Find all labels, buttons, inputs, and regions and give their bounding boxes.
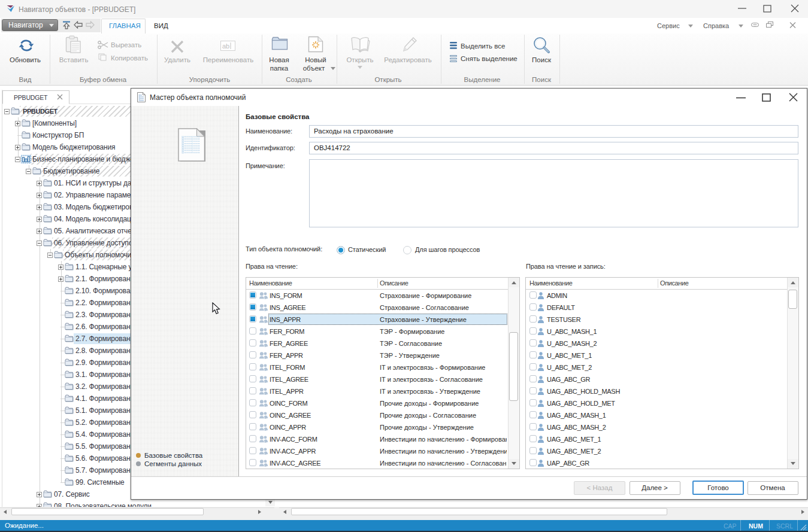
svg-text:ab: ab xyxy=(222,42,229,50)
